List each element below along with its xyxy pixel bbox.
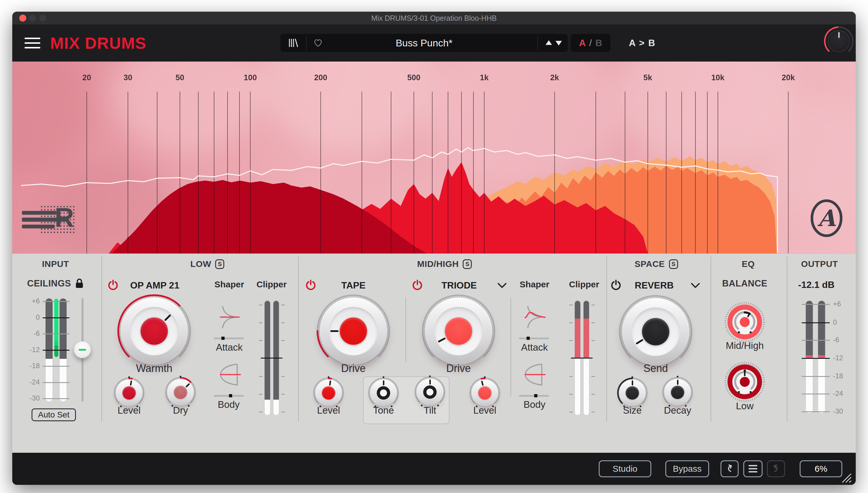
eq-low-knob[interactable]	[723, 360, 767, 404]
input-meter-tick	[43, 334, 69, 334]
main-menu-button[interactable]	[24, 38, 40, 49]
low-clipper-tick	[259, 394, 263, 395]
low-dry-label: Dry	[173, 405, 188, 416]
auto-set-button[interactable]: Auto Set	[32, 408, 76, 421]
decay-knob[interactable]	[660, 375, 695, 410]
midhigh-clipper-tick	[591, 394, 595, 395]
low-clipper-tick	[259, 304, 263, 305]
eq-low-label: Low	[736, 401, 754, 412]
eq-midhigh-knob[interactable]	[723, 300, 767, 344]
output-meter-tick	[802, 393, 830, 394]
freq-label: 30	[124, 73, 132, 82]
low-clipper-tick	[259, 412, 263, 412]
triode-drive-knob[interactable]	[419, 292, 498, 370]
resize-grip[interactable]	[839, 470, 852, 483]
low-attack-curve-icon	[218, 304, 242, 330]
warmth-knob[interactable]	[115, 292, 194, 370]
tilt-knob[interactable]	[412, 374, 447, 410]
master-volume-knob[interactable]	[823, 25, 855, 57]
low-power-button[interactable]	[107, 279, 119, 291]
input-scale-label: +6	[17, 297, 40, 305]
space-solo-button[interactable]: S	[669, 259, 678, 269]
tape-power-button[interactable]	[305, 279, 316, 291]
reverb-dropdown-icon[interactable]	[690, 282, 700, 289]
redo-icon	[771, 464, 781, 474]
freq-label: 10k	[711, 73, 724, 82]
reverb-send-knob[interactable]	[616, 292, 695, 371]
redo-button[interactable]	[767, 460, 785, 477]
send-label: Send	[643, 362, 668, 374]
reverb-power-button[interactable]	[610, 279, 622, 291]
midhigh-clipper-threshold[interactable]	[571, 358, 592, 359]
freq-label: 1k	[480, 73, 489, 82]
triode-dropdown-icon[interactable]	[497, 282, 507, 289]
undo-button[interactable]	[721, 460, 739, 477]
low-solo-button[interactable]: S	[215, 259, 224, 269]
low-shaper-title: Shaper	[214, 279, 244, 290]
midhigh-solo-button[interactable]: S	[463, 259, 472, 269]
input-meter-tick	[43, 366, 69, 367]
low-attack-slider[interactable]	[214, 338, 244, 339]
midhigh-clipper-tick	[591, 340, 595, 341]
tone-label: Tone	[373, 405, 394, 416]
low-attack-label: Attack	[216, 342, 243, 353]
menu-icon	[749, 465, 757, 473]
zoom-level-button[interactable]: 6%	[800, 460, 842, 477]
section-divider	[787, 256, 787, 422]
midhigh-clipper-tick	[591, 304, 595, 305]
triode-drive-label: Drive	[446, 362, 471, 374]
output-meter-right	[818, 300, 825, 413]
ceiling-slider-handle[interactable]	[74, 341, 91, 358]
output-meter-tick	[802, 411, 830, 412]
window-title: Mix DRUMS/3-01 Operation Bloo-HHB	[12, 12, 856, 24]
bypass-button[interactable]: Bypass	[665, 460, 709, 477]
midhigh-attack-slider[interactable]	[519, 338, 549, 339]
section-divider	[101, 256, 102, 422]
preset-name[interactable]: Buss Punch*	[280, 34, 568, 52]
tape-drive-knob[interactable]	[314, 292, 393, 370]
low-clipper-threshold[interactable]	[261, 358, 282, 359]
spectrum-canvas	[12, 62, 856, 254]
low-clipper-tick	[281, 304, 285, 305]
input-scale-label: -18	[17, 362, 40, 370]
preset-next-icon[interactable]	[556, 41, 562, 45]
output-scale-label: -6	[833, 336, 856, 344]
section-title-output: OUTPUT	[801, 259, 838, 269]
preset-bar: Buss Punch*	[280, 34, 568, 52]
section-title-space: SPACES	[634, 259, 678, 269]
tilt-label: Tilt	[424, 405, 436, 416]
preset-prev-icon[interactable]	[546, 40, 552, 45]
studio-button[interactable]: Studio	[599, 460, 651, 477]
triode-power-button[interactable]	[412, 279, 423, 291]
svg-text:A: A	[817, 205, 836, 231]
input-meter-tick	[43, 382, 69, 383]
tape-module-title[interactable]: TAPE	[341, 280, 366, 291]
output-meter-tick	[802, 304, 830, 305]
freq-label: 20k	[782, 73, 795, 82]
input-meter-tick	[43, 398, 69, 399]
low-body-slider[interactable]	[214, 395, 244, 397]
ab-switch[interactable]: A / B	[571, 34, 610, 52]
low-dry-knob[interactable]	[163, 375, 198, 410]
freq-label: 200	[314, 73, 327, 82]
tape-drive-label: Drive	[341, 362, 366, 374]
r-brand-logo: R	[22, 195, 92, 241]
ab-a-label[interactable]: A	[579, 38, 586, 48]
low-body-curve-icon	[218, 362, 243, 387]
midhigh-body-slider[interactable]	[519, 395, 549, 397]
history-menu-button[interactable]	[743, 460, 763, 477]
low-clipper-tick	[259, 376, 263, 377]
input-meter-tick	[43, 317, 69, 318]
section-title-midhigh: MID/HIGHS	[417, 259, 472, 269]
freq-label: 50	[176, 73, 184, 82]
low-body-label: Body	[218, 399, 240, 410]
ab-b-label[interactable]: B	[595, 38, 602, 48]
section-divider	[606, 256, 607, 422]
section-divider	[298, 256, 299, 422]
midhigh-clipper-tick	[591, 412, 595, 412]
freq-label: 500	[407, 73, 420, 82]
input-meter-tick	[43, 301, 69, 302]
plugin-window: Mix DRUMS/3-01 Operation Bloo-HHB MIX DR…	[12, 12, 856, 485]
ab-copy-button[interactable]: A > B	[620, 34, 664, 52]
plugin-logo: MIX DRUMS	[50, 34, 146, 52]
